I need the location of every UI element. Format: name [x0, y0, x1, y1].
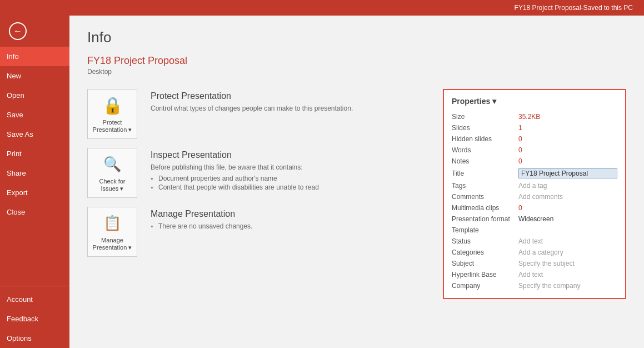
- props-value-1: 1: [518, 124, 617, 132]
- props-value-9: Widescreen: [518, 215, 617, 223]
- inspect-icon: 🔍: [101, 153, 123, 176]
- manage-text: Manage Presentation There are no unsaved…: [151, 207, 430, 231]
- props-label-13: Subject: [452, 260, 518, 267]
- inspect-icon-label: Check forIssues ▾: [99, 178, 125, 192]
- inspect-list: Document properties and author's name Co…: [151, 175, 430, 191]
- props-value-14[interactable]: Add text: [518, 271, 617, 279]
- properties-header[interactable]: Properties ▾: [444, 97, 625, 111]
- props-value-6[interactable]: Add a tag: [518, 182, 617, 190]
- props-value-15[interactable]: Specify the company: [518, 282, 617, 290]
- props-value-3: 0: [518, 146, 617, 154]
- topbar-status: Saved to this PC: [583, 4, 633, 12]
- props-label-0: Size: [452, 113, 518, 121]
- sidebar-item-account[interactable]: Account: [0, 290, 69, 309]
- inspect-heading: Inspect Presentation: [151, 150, 430, 160]
- back-circle-icon: ←: [9, 22, 27, 40]
- manage-list-item-1: There are no unsaved changes.: [151, 222, 430, 230]
- props-label-10: Template: [452, 226, 518, 234]
- protect-text: Protect Presentation Control what types …: [151, 89, 430, 116]
- props-row-template: Template: [444, 225, 625, 236]
- sidebar-item-share[interactable]: Share: [0, 163, 69, 183]
- sidebar-item-new[interactable]: New: [0, 66, 69, 86]
- props-label-12: Categories: [452, 248, 518, 256]
- sidebar-item-info[interactable]: Info: [0, 47, 69, 66]
- inspect-list-item-2: Content that people with disabilities ar…: [151, 183, 430, 191]
- info-props-container: 🔒 ProtectPresentation ▾ Protect Presenta…: [87, 89, 626, 299]
- info-sections: 🔒 ProtectPresentation ▾ Protect Presenta…: [87, 89, 430, 266]
- file-title: FY18 Project Proposal: [87, 55, 626, 67]
- props-label-6: Tags: [452, 182, 518, 190]
- sidebar-item-save[interactable]: Save: [0, 105, 69, 125]
- props-value-4: 0: [518, 157, 617, 165]
- props-row-notes: Notes0: [444, 156, 625, 167]
- props-label-9: Presentation format: [452, 215, 518, 223]
- props-row-slides: Slides1: [444, 122, 625, 133]
- props-row-presentation-format: Presentation formatWidescreen: [444, 213, 625, 225]
- props-label-15: Company: [452, 282, 518, 290]
- inspect-desc: Before publishing this file, be aware th…: [151, 163, 430, 171]
- props-value-11[interactable]: Add text: [518, 237, 617, 245]
- props-label-8: Multimedia clips: [452, 204, 518, 212]
- sidebar-item-open[interactable]: Open: [0, 86, 69, 105]
- file-location: Desktop: [87, 68, 626, 76]
- props-value-7[interactable]: Add comments: [518, 193, 617, 201]
- top-bar: FY18 Project Proposal - Saved to this PC: [0, 0, 644, 16]
- manage-list: There are no unsaved changes.: [151, 222, 430, 230]
- props-row-title: TitleFY18 Project Proposal: [444, 167, 625, 180]
- props-row-categories: CategoriesAdd a category: [444, 247, 625, 258]
- manage-icon-box[interactable]: 📋 ManagePresentation ▾: [87, 207, 137, 257]
- props-label-11: Status: [452, 237, 518, 245]
- sidebar: ← Info New Open Save Save As Print Share…: [0, 16, 69, 348]
- sidebar-bottom: Account Feedback Options: [0, 282, 69, 348]
- props-label-3: Words: [452, 146, 518, 154]
- props-row-hyperlink-base: Hyperlink BaseAdd text: [444, 269, 625, 280]
- page-title: Info: [87, 29, 626, 46]
- topbar-filename: FY18 Project Proposal: [515, 4, 581, 12]
- props-label-14: Hyperlink Base: [452, 271, 518, 279]
- content-area: Info FY18 Project Proposal Desktop 🔒 Pro…: [69, 16, 644, 348]
- sidebar-item-export[interactable]: Export: [0, 183, 69, 202]
- main-area: ← Info New Open Save Save As Print Share…: [0, 16, 644, 348]
- props-row-size: Size35.2KB: [444, 111, 625, 122]
- inspect-section: 🔍 Check forIssues ▾ Inspect Presentation…: [87, 148, 430, 198]
- protect-desc: Control what types of changes people can…: [151, 105, 430, 112]
- props-value-13[interactable]: Specify the subject: [518, 260, 617, 267]
- props-row-words: Words0: [444, 145, 625, 156]
- props-value-0: 35.2KB: [518, 113, 617, 121]
- protect-icon-label: ProtectPresentation ▾: [93, 119, 132, 133]
- props-row-tags: TagsAdd a tag: [444, 180, 625, 191]
- properties-rows: Size35.2KBSlides1Hidden slides0Words0Not…: [444, 111, 625, 291]
- manage-icon-label: ManagePresentation ▾: [93, 237, 132, 251]
- protect-section: 🔒 ProtectPresentation ▾ Protect Presenta…: [87, 89, 430, 139]
- back-button[interactable]: ←: [4, 18, 31, 44]
- props-row-multimedia-clips: Multimedia clips0: [444, 202, 625, 213]
- props-label-5: Title: [452, 170, 518, 177]
- props-row-comments: CommentsAdd comments: [444, 191, 625, 202]
- props-row-subject: SubjectSpecify the subject: [444, 258, 625, 269]
- props-value-8: 0: [518, 204, 617, 212]
- properties-panel: Properties ▾ Size35.2KBSlides1Hidden sli…: [443, 89, 626, 299]
- props-label-2: Hidden slides: [452, 135, 518, 143]
- sidebar-item-save-as[interactable]: Save As: [0, 125, 69, 144]
- props-value-5[interactable]: FY18 Project Proposal: [518, 168, 617, 178]
- sidebar-item-options[interactable]: Options: [0, 329, 69, 348]
- props-row-company: CompanySpecify the company: [444, 280, 625, 291]
- inspect-icon-box[interactable]: 🔍 Check forIssues ▾: [87, 148, 137, 198]
- inspect-list-item-1: Document properties and author's name: [151, 175, 430, 182]
- inspect-text: Inspect Presentation Before publishing t…: [151, 148, 430, 192]
- protect-heading: Protect Presentation: [151, 91, 430, 101]
- props-label-4: Notes: [452, 157, 518, 165]
- sidebar-item-feedback[interactable]: Feedback: [0, 309, 69, 329]
- props-label-1: Slides: [452, 124, 518, 132]
- protect-icon-box[interactable]: 🔒 ProtectPresentation ▾: [87, 89, 137, 139]
- sidebar-divider: [0, 286, 69, 286]
- props-value-2: 0: [518, 135, 617, 143]
- sidebar-item-close[interactable]: Close: [0, 202, 69, 222]
- manage-section: 📋 ManagePresentation ▾ Manage Presentati…: [87, 207, 430, 257]
- props-row-status: StatusAdd text: [444, 236, 625, 247]
- manage-icon: 📋: [101, 212, 123, 235]
- props-value-12[interactable]: Add a category: [518, 248, 617, 256]
- protect-icon: 🔒: [101, 95, 123, 117]
- sidebar-item-print[interactable]: Print: [0, 144, 69, 163]
- manage-heading: Manage Presentation: [151, 209, 430, 219]
